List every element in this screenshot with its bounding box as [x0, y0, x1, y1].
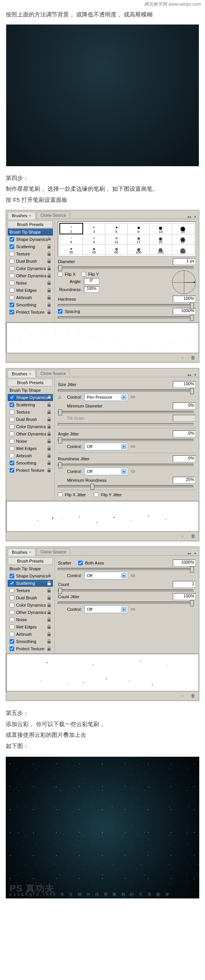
sizejitter-control-dropdown[interactable]: Pen Pressure	[84, 393, 128, 401]
close-icon[interactable]: ×	[29, 213, 31, 218]
sidebar-brush-presets[interactable]: Brush Presets	[8, 557, 53, 565]
roundness-jitter-slider[interactable]	[58, 464, 194, 466]
flipy-checkbox[interactable]	[81, 272, 86, 276]
sidebar-texture[interactable]: Texture	[8, 587, 53, 594]
both-axes-checkbox[interactable]	[78, 561, 83, 565]
sidebar-smoothing[interactable]: Smoothing	[8, 638, 53, 645]
trash-icon[interactable]: 🗑	[190, 533, 197, 539]
size-jitter-slider[interactable]	[58, 389, 194, 392]
tab-brushes[interactable]: Brushes×	[8, 548, 36, 556]
sidebar-brush-tip-shape[interactable]: Brush Tip Shape	[8, 387, 53, 394]
sidebar-brush-tip-shape[interactable]: Brush Tip Shape	[8, 565, 53, 572]
angle-compass[interactable]	[172, 270, 196, 294]
count-field[interactable]: 1	[173, 581, 196, 588]
sidebar-wet-edges[interactable]: Wet Edges	[8, 623, 53, 630]
tab-clone-source[interactable]: Clone Source	[36, 211, 71, 219]
hardness-field[interactable]: 100%	[173, 296, 196, 303]
protect-texture-checkbox[interactable]	[10, 310, 14, 314]
diameter-slider[interactable]	[58, 267, 194, 269]
min-roundness-slider[interactable]	[58, 485, 194, 488]
min-diameter-slider[interactable]	[58, 411, 194, 413]
panel-collapse-icons[interactable]: ▸▸▾	[187, 551, 197, 555]
sidebar-other-dynamics[interactable]: Other Dynamics	[8, 430, 53, 437]
anglejitter-control-dropdown[interactable]: Off	[84, 443, 128, 450]
close-icon[interactable]: ×	[29, 550, 31, 555]
sidebar-other-dynamics[interactable]: Other Dynamics	[8, 272, 53, 279]
sidebar-brush-presets[interactable]: Brush Presets	[8, 379, 53, 386]
roundness-field[interactable]: 100%	[84, 286, 99, 293]
spacing-slider[interactable]	[58, 316, 194, 319]
link-icon[interactable]	[130, 573, 136, 578]
texture-checkbox[interactable]	[10, 252, 14, 256]
sidebar-scattering[interactable]: Scattering	[8, 401, 53, 408]
sidebar-smoothing[interactable]: Smoothing	[8, 301, 53, 308]
sidebar-dual-brush[interactable]: Dual Brush	[8, 594, 53, 601]
sidebar-color-dynamics[interactable]: Color Dynamics	[8, 265, 53, 272]
link-icon[interactable]	[130, 607, 136, 612]
smoothing-checkbox[interactable]	[10, 303, 14, 307]
diameter-field[interactable]: 1 px	[173, 258, 196, 265]
color-dynamics-checkbox[interactable]	[10, 266, 14, 271]
sidebar-brush-presets[interactable]: Brush Presets	[8, 221, 53, 228]
sidebar-shape-dynamics[interactable]: Shape Dynamics	[8, 236, 53, 243]
sidebar-color-dynamics[interactable]: Color Dynamics	[8, 602, 53, 609]
spacing-field[interactable]: 1000%	[173, 308, 196, 315]
other-dynamics-checkbox[interactable]	[10, 273, 14, 278]
spacing-checkbox[interactable]	[58, 309, 62, 314]
sidebar-dual-brush[interactable]: Dual Brush	[8, 416, 53, 423]
sidebar-wet-edges[interactable]: Wet Edges	[8, 445, 53, 452]
min-roundness-field[interactable]: 25%	[173, 477, 196, 484]
angle-jitter-slider[interactable]	[58, 439, 194, 441]
scatter-slider[interactable]	[58, 568, 194, 570]
sidebar-shape-dynamics[interactable]: Shape Dynamics	[8, 394, 53, 401]
roundjitter-control-dropdown[interactable]: Off	[84, 468, 128, 475]
count-jitter-slider[interactable]	[58, 602, 194, 604]
flipx-checkbox[interactable]	[58, 272, 62, 276]
tab-clone-source[interactable]: Clone Source	[36, 370, 71, 377]
panel-collapse-icons[interactable]: ▸▸▾	[187, 215, 197, 219]
new-preset-icon[interactable]: ▫	[179, 355, 186, 361]
sidebar-dual-brush[interactable]: Dual Brush	[8, 258, 53, 265]
sidebar-wet-edges[interactable]: Wet Edges	[8, 287, 53, 294]
count-slider[interactable]	[58, 589, 194, 592]
new-preset-icon[interactable]: ▫	[179, 693, 186, 699]
angle-field[interactable]: 0°	[84, 278, 99, 285]
sidebar-brush-tip-shape[interactable]: Brush Tip Shape	[8, 229, 53, 236]
dual-brush-checkbox[interactable]	[10, 259, 14, 263]
angle-jitter-field[interactable]: 0%	[173, 430, 196, 437]
scatter-control-dropdown[interactable]: Off	[84, 572, 128, 579]
tab-brushes[interactable]: Brushes×	[8, 370, 36, 377]
sidebar-protect-texture[interactable]: Protect Texture	[8, 309, 53, 316]
new-preset-icon[interactable]: ▫	[179, 533, 186, 539]
sidebar-scattering[interactable]: Scattering	[8, 580, 53, 587]
countjitter-control-dropdown[interactable]: Off	[84, 605, 128, 613]
link-icon[interactable]	[130, 469, 136, 474]
sidebar-texture[interactable]: Texture	[8, 250, 53, 257]
scattering-checkbox[interactable]	[10, 244, 14, 249]
link-icon[interactable]	[130, 444, 136, 449]
sidebar-shape-dynamics[interactable]: Shape Dynamics	[8, 573, 53, 579]
link-icon[interactable]	[130, 394, 136, 400]
sidebar-noise[interactable]: Noise	[8, 438, 53, 445]
trash-icon[interactable]: 🗑	[190, 355, 197, 361]
sidebar-protect-texture[interactable]: Protect Texture	[8, 645, 53, 652]
sidebar-noise[interactable]: Noise	[8, 280, 53, 286]
roundness-jitter-field[interactable]: 0%	[173, 455, 196, 462]
flipx-jitter-checkbox[interactable]	[58, 492, 62, 497]
sidebar-noise[interactable]: Noise	[8, 616, 53, 623]
size-jitter-field[interactable]: 100%	[173, 381, 196, 388]
airbrush-checkbox[interactable]	[10, 295, 14, 300]
count-jitter-field[interactable]: 100%	[173, 593, 196, 600]
noise-checkbox[interactable]	[10, 281, 14, 285]
tab-clone-source[interactable]: Clone Source	[36, 548, 71, 555]
panel-collapse-icons[interactable]: ▸▸▾	[187, 373, 197, 377]
hardness-slider[interactable]	[58, 304, 194, 306]
shape-dynamics-checkbox[interactable]	[10, 237, 14, 242]
sidebar-smoothing[interactable]: Smoothing	[8, 460, 53, 466]
sidebar-airbrush[interactable]: Airbrush	[8, 452, 53, 459]
scatter-field[interactable]: 1000%	[173, 560, 196, 566]
close-icon[interactable]: ×	[29, 371, 31, 376]
sidebar-scattering[interactable]: Scattering	[8, 243, 53, 250]
tab-brushes[interactable]: Brushes×	[8, 212, 36, 219]
brush-thumbnails[interactable]: 135913195913172127354565100200300	[58, 221, 196, 257]
